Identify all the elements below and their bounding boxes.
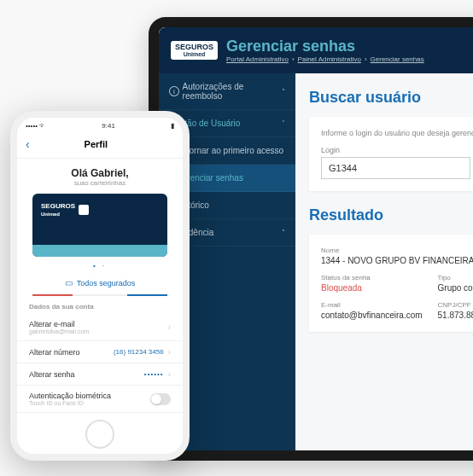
row-title: Autenticação biométrica <box>29 392 111 400</box>
breadcrumb-item[interactable]: Portal Administrativo <box>226 55 289 63</box>
search-section-title: Buscar usuário <box>309 89 473 107</box>
login-label: Login <box>321 146 470 154</box>
status-bar: ••••• ᯤ 9:41 ▮ <box>17 118 183 134</box>
sidebar-item-label: Autorizações de reembolso <box>183 82 282 101</box>
row-title: Alterar número <box>29 348 80 357</box>
row-value: (16) 91234 3456 <box>114 348 164 356</box>
result-type-label: Tipo <box>438 274 473 282</box>
result-card: Nome 1344 - NOVO GRUPO BV FINANCEIRA Sta… <box>309 235 473 332</box>
row-alterar-email[interactable]: Alterar e-mail gabrielsilva@mail.com › <box>17 314 183 341</box>
sidebar-item-label: Retornar ao primeiro acesso <box>176 146 283 155</box>
status-time: 9:41 <box>102 122 115 130</box>
chevron-down-icon: ˅ <box>282 88 285 96</box>
result-email-label: E-mail <box>321 301 423 309</box>
search-hint: Informe o login do usuário que deseja ge… <box>321 129 473 137</box>
app-header: SEGUROS Unimed Gerenciar senhas Portal A… <box>159 27 473 73</box>
result-status-label: Status da senha <box>321 274 423 282</box>
result-name-value: 1344 - NOVO GRUPO BV FINANCEIRA <box>321 256 473 265</box>
result-section-title: Resultado <box>309 206 473 224</box>
header-title-block: Gerenciar senhas Portal Administrativo ›… <box>226 38 424 63</box>
card-brand: SEGUROS Unimed <box>41 202 159 218</box>
row-subtitle: gabrielsilva@mail.com <box>29 328 89 334</box>
account-section-header: Dados da sua conta <box>17 296 183 311</box>
breadcrumb-item[interactable]: Painel Administrativo <box>298 55 361 63</box>
chevron-right-icon: › <box>168 347 171 357</box>
card-stack-icon: ▭ <box>65 278 73 287</box>
chevron-right-icon: › <box>168 322 171 332</box>
divider-accent <box>32 294 167 296</box>
login-input[interactable] <box>321 157 470 179</box>
battery-icon: ▮ <box>171 122 174 130</box>
tablet-screen: SEGUROS Unimed Gerenciar senhas Portal A… <box>159 27 473 450</box>
row-subtitle: Touch ID ou Face ID <box>29 400 111 406</box>
result-doc-value: 51.873.88 <box>438 311 473 320</box>
tablet-body: iAutorizações de reembolso ˅ Gestão de U… <box>159 73 473 450</box>
account-header-label: Dados da sua conta <box>29 303 171 311</box>
signal-icon: ••••• ᯤ <box>26 122 46 130</box>
result-name-label: Nome <box>321 247 473 254</box>
search-card: Informe o login do usuário que deseja ge… <box>309 117 473 191</box>
result-status-value: Bloqueada <box>321 283 423 293</box>
chevron-right-icon: › <box>168 369 171 379</box>
chevron-up-icon: ˄ <box>282 119 285 127</box>
result-email-value: contato@bvfinanceira.com <box>321 311 423 320</box>
tablet-frame: SEGUROS Unimed Gerenciar senhas Portal A… <box>149 17 473 461</box>
row-biometric[interactable]: Autenticação biométrica Touch ID ou Face… <box>17 386 183 413</box>
todos-segurados-link[interactable]: ▭ Todos segurados <box>17 275 183 294</box>
breadcrumb: Portal Administrativo › Painel Administr… <box>226 55 424 63</box>
logo-text-bottom: Unimed <box>184 51 206 57</box>
carousel-dots[interactable]: • · <box>17 257 183 275</box>
brand-logo: SEGUROS Unimed <box>171 41 218 60</box>
nav-bar: ‹ Perfil <box>17 134 183 159</box>
card-carousel[interactable]: SEGUROS Unimed <box>17 194 183 257</box>
card-logo-icon <box>79 205 89 215</box>
todos-label: Todos segurados <box>77 279 136 287</box>
sidebar-item-autorizacoes[interactable]: iAutorizações de reembolso ˅ <box>159 73 295 110</box>
greeting-text: Olá Gabriel, <box>29 167 171 179</box>
logo-text-top: SEGUROS <box>175 44 213 51</box>
result-type-value: Grupo co <box>438 283 473 293</box>
row-title: Alterar senha <box>29 370 75 379</box>
row-alterar-numero[interactable]: Alterar número (16) 91234 3456 › <box>17 341 183 363</box>
phone-screen: ••••• ᯤ 9:41 ▮ ‹ Perfil Olá Gabriel, sua… <box>17 118 183 420</box>
insurance-card[interactable]: SEGUROS Unimed <box>32 194 167 257</box>
result-doc-label: CNPJ/CPF <box>438 301 473 309</box>
card-strip <box>32 245 167 257</box>
phone-frame: ••••• ᯤ 9:41 ▮ ‹ Perfil Olá Gabriel, sua… <box>10 111 190 461</box>
chevron-down-icon: ˅ <box>282 229 285 236</box>
nav-title: Perfil <box>30 139 162 149</box>
row-alterar-senha[interactable]: Alterar senha •••••• › <box>17 363 183 386</box>
row-title: Alterar e-mail <box>29 320 89 328</box>
card-brand-top: SEGUROS <box>41 202 75 210</box>
page-title: Gerenciar senhas <box>226 38 424 55</box>
main-content: Buscar usuário Informe o login do usuári… <box>295 73 473 450</box>
row-value: •••••• <box>144 370 164 378</box>
card-brand-bottom: Unimed <box>41 212 60 217</box>
breadcrumb-item[interactable]: Gerenciar senhas <box>371 55 424 63</box>
info-icon: i <box>169 86 179 96</box>
greeting-subtitle: suas carteirinhas <box>29 179 171 187</box>
greeting-block: Olá Gabriel, suas carteirinhas <box>17 159 183 194</box>
biometric-toggle[interactable] <box>150 393 171 405</box>
